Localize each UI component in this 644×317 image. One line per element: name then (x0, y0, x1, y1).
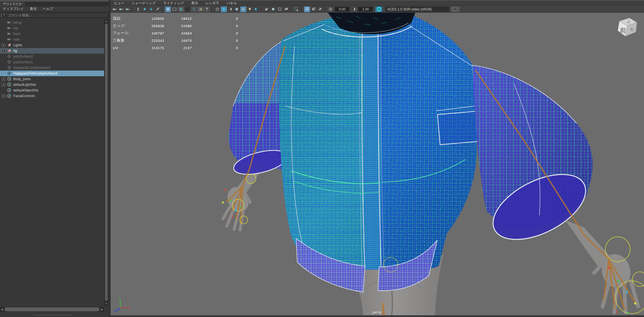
toolbar-textured-button[interactable] (234, 6, 240, 12)
toolbar-paint-select-button[interactable] (294, 6, 300, 12)
toolbar-grid-button[interactable] (165, 6, 171, 12)
scroll-down-icon[interactable]: ▼ (105, 302, 108, 305)
outliner-menu-1[interactable]: 表示 (30, 6, 37, 11)
expand-icon[interactable]: + (2, 95, 5, 98)
outliner-item-defaultlightset[interactable]: +defaultLightSet (0, 82, 104, 88)
outliner-item-polysurface2[interactable]: polySurface2 (0, 54, 104, 59)
gamma-field[interactable]: 1.00 (358, 7, 373, 12)
outliner-item-body-joints[interactable]: +Body_joints (0, 76, 104, 82)
view-cube-front-label: 前 (619, 27, 627, 34)
toolbar-field-chart-button[interactable] (191, 6, 197, 12)
group-icon (7, 49, 12, 53)
toolbar-film-gate-button[interactable] (172, 6, 177, 12)
hud-total: 140787 (140, 31, 164, 36)
toolbar-grease-pencil-button[interactable] (155, 6, 161, 12)
toolbar-lighting-button[interactable] (247, 6, 253, 12)
toolbar-xray-joints-button[interactable] (317, 6, 323, 12)
toolbar-gate-mask-button[interactable] (184, 6, 190, 12)
outliner-item-happyobj-polysurface3[interactable]: HappyOBJ:polySurface3 (0, 65, 104, 71)
outliner-menu-2[interactable]: ヘルプ (43, 6, 53, 11)
outliner-item-rig[interactable]: +rig (0, 48, 104, 54)
viewport-menu-3[interactable]: 表示 (191, 1, 198, 6)
outliner-item-side[interactable]: side (0, 37, 104, 42)
toolbar-use-default-material-button[interactable] (227, 6, 233, 12)
outliner-item-polysurface1[interactable]: polySurface1 (0, 59, 104, 65)
color-management-toggle[interactable]: ON (375, 6, 383, 12)
view-cube[interactable]: 前 上 右 (614, 15, 640, 40)
horizontal-scroll-thumb[interactable] (5, 307, 100, 311)
toolbar-safe-action-button[interactable] (197, 6, 203, 12)
outliner-menu-0[interactable]: ディスプレイ (3, 6, 24, 11)
toolbar-motion-blur-button[interactable] (277, 6, 283, 12)
expand-icon[interactable]: + (2, 78, 5, 81)
outliner-item-label: side (13, 38, 19, 41)
hud-other: 0 (192, 17, 238, 21)
viewport-menu-4[interactable]: レンダラ (205, 1, 219, 6)
toolbar-screen-space-reflection-button[interactable] (270, 6, 276, 12)
mesh-icon (7, 71, 12, 76)
expand-icon[interactable]: + (2, 44, 5, 47)
outliner-horizontal-scrollbar[interactable]: ◀ ▶ (0, 307, 104, 312)
expand-icon[interactable]: + (2, 83, 5, 86)
outliner-item-top[interactable]: top (0, 25, 104, 31)
toolbar-resolution-gate-button[interactable] (178, 6, 184, 12)
panel-resize-grip[interactable] (34, 315, 72, 315)
toggle-on-label: ON (377, 7, 381, 12)
search-scope-icon[interactable] (1, 13, 5, 17)
hud-selected: 2107 (164, 46, 192, 50)
view-transform-dropdown[interactable]: ACES 1.0 SDR-video (sRGB)▼ (385, 6, 460, 12)
exposure-field[interactable]: 0.00 (335, 7, 350, 12)
toolbar-safe-title-button[interactable] (204, 6, 210, 12)
set-icon (7, 77, 12, 81)
scroll-left-icon[interactable]: ◀ (0, 308, 4, 311)
outliner-vertical-scrollbar[interactable]: ▲ ▼ (104, 19, 108, 306)
hud-selected: 32684 (164, 31, 192, 36)
toolbar-separator (291, 7, 292, 11)
command-search-input[interactable] (6, 13, 108, 18)
toolbar-smooth-shade-all-button[interactable] (221, 6, 227, 12)
toolbar-shadows-button[interactable] (253, 6, 259, 12)
panel-titlebar[interactable] (0, 0, 109, 2)
vertical-scroll-thumb[interactable] (105, 23, 108, 301)
outliner-item-label: defaultLightSet (13, 83, 36, 87)
x-axis-label: X (128, 306, 131, 309)
toolbar-wireframe-on-shaded-button[interactable] (240, 6, 246, 12)
toolbar-wireframe-button[interactable] (214, 6, 220, 12)
toolbar-select-camera-button[interactable] (112, 6, 118, 12)
toolbar-camera-attributes-button[interactable] (125, 6, 131, 12)
outliner-item-persp[interactable]: persp (0, 20, 104, 25)
camera-icon (7, 20, 12, 25)
toolbar-lock-camera-button[interactable] (118, 6, 124, 12)
hud-total: 125655 (140, 17, 164, 21)
viewport-menu-0[interactable]: ビュー (114, 1, 124, 6)
viewport-menu-2[interactable]: ライティング (163, 1, 184, 6)
outliner-menubar: ディスプレイ表示ヘルプ (0, 6, 109, 12)
outliner-item-label: FacialControls (13, 94, 35, 98)
outliner-item-label: top (13, 26, 18, 30)
toolbar-multisample-aa-button[interactable] (283, 6, 289, 12)
outliner-item-facialcontrols[interactable]: +FacialControls (0, 93, 104, 99)
maya-window: アウトライナ ディスプレイ表示ヘルプ persptopfrontside+Lig… (0, 0, 644, 317)
toolbar-ssao-button[interactable] (264, 6, 270, 12)
outliner-item-front[interactable]: front (0, 31, 104, 37)
toolbar-isolate-select-button[interactable] (304, 6, 310, 12)
outliner-item-defaultobjectset[interactable]: defaultObjectSet (0, 88, 104, 93)
hud-row-: フェース:140787326840 (113, 30, 238, 37)
outliner-item-happyandtshirt-polysurface3[interactable]: HappyandTshirt:polySurface3 (0, 71, 104, 76)
camera-icon (7, 32, 12, 36)
scroll-up-icon[interactable]: ▲ (105, 19, 108, 23)
toolbar-xray-button[interactable] (311, 6, 316, 12)
viewport-menu-1[interactable]: シェーディング (132, 1, 156, 6)
toolbar-pan-zoom-2d-button[interactable] (142, 6, 148, 12)
toolbar-gamma-button[interactable] (351, 6, 357, 12)
tab-outliner[interactable]: アウトライナ (0, 2, 25, 6)
outliner-item-lights[interactable]: +Lights (0, 42, 104, 48)
viewport-menu-5[interactable]: パネル (227, 1, 237, 6)
viewport-canvas[interactable]: 頂点:125655184120エッジ:265838510800フェース:1407… (111, 13, 644, 317)
toolbar-exposure-button[interactable] (328, 6, 333, 12)
toolbar-image-plane-button[interactable] (135, 6, 141, 12)
scroll-right-icon[interactable]: ▶ (100, 308, 104, 311)
toolbar-snap-manip-button[interactable] (148, 6, 154, 12)
dropdown-arrow-icon[interactable]: ▼ (451, 6, 460, 12)
expand-icon[interactable]: + (2, 49, 5, 53)
